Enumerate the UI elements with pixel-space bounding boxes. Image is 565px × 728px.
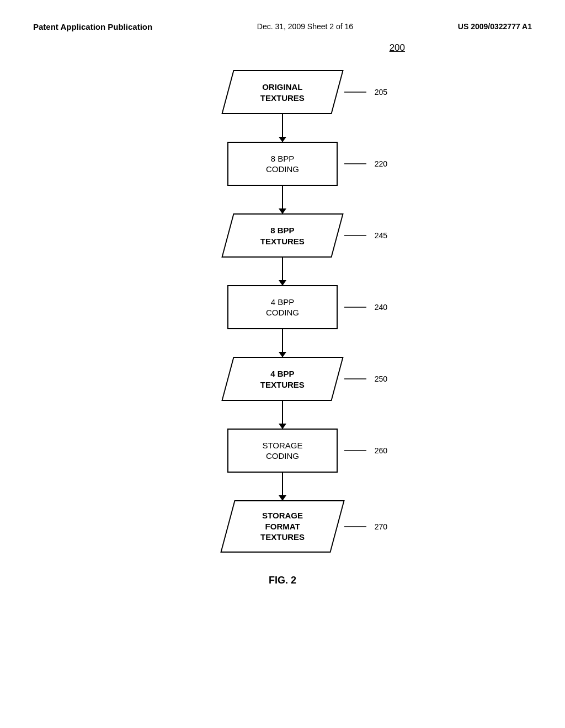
node-205-wrapper: ORIGINALTEXTURES 205 [227,70,338,114]
ref-label-245: 245 [375,231,387,240]
header-publication-label: Patent Application Publication [33,22,152,31]
node-original-textures: ORIGINALTEXTURES [221,70,343,114]
ref-label-260: 260 [375,446,387,455]
ref-245: 245 [344,230,387,241]
arrow-5 [282,401,283,429]
ref-line-250 [344,373,375,384]
ref-260: 260 [344,445,387,456]
ref-line-260 [344,445,375,456]
arrow-6 [282,473,283,500]
ref-270: 270 [344,521,387,532]
node-8bpp-coding: 8 BPPCODING [227,142,338,186]
figure-caption: FIG. 2 [33,575,532,586]
ref-205: 205 [344,87,387,98]
header: Patent Application Publication Dec. 31, … [33,22,532,31]
node-original-textures-label: ORIGINALTEXTURES [260,82,305,103]
ref-label-205: 205 [375,88,387,97]
diagram-main-ref: 200 [390,42,405,53]
ref-label-270: 270 [375,522,387,531]
ref-label-240: 240 [375,303,387,312]
node-8bpp-textures-label: 8 BPPTEXTURES [260,225,305,247]
ref-line-205 [344,87,375,98]
header-date-sheet: Dec. 31, 2009 Sheet 2 of 16 [257,22,353,31]
ref-label-250: 250 [375,374,387,383]
ref-label-220: 220 [375,159,387,168]
node-4bpp-coding: 4 BPPCODING [227,285,338,329]
ref-line-245 [344,230,375,241]
flow-diagram: ORIGINALTEXTURES 205 8 BPPCODING 220 [33,70,532,553]
node-270-wrapper: STORAGEFORMATTEXTURES 270 [227,500,338,553]
page: Patent Application Publication Dec. 31, … [0,0,565,728]
node-4bpp-textures-label: 4 BPPTEXTURES [260,368,305,390]
node-8bpp-textures: 8 BPPTEXTURES [221,213,343,258]
ref-line-270 [344,521,375,532]
arrow-3 [282,258,283,285]
node-220-wrapper: 8 BPPCODING 220 [227,142,338,186]
node-storage-coding-label: STORAGECODING [262,440,302,462]
node-260-wrapper: STORAGECODING 260 [227,429,338,473]
node-storage-format-textures-label: STORAGEFORMATTEXTURES [260,510,305,543]
ref-250: 250 [344,373,387,384]
ref-line-220 [344,158,375,169]
node-245-wrapper: 8 BPPTEXTURES 245 [227,213,338,258]
arrow-2 [282,186,283,213]
ref-220: 220 [344,158,387,169]
ref-line-240 [344,302,375,313]
node-250-wrapper: 4 BPPTEXTURES 250 [227,357,338,401]
arrow-1 [282,114,283,142]
node-8bpp-coding-label: 8 BPPCODING [266,153,299,175]
arrow-4 [282,329,283,357]
header-patent-number: US 2009/0322777 A1 [458,22,532,31]
node-240-wrapper: 4 BPPCODING 240 [227,285,338,329]
node-storage-format-textures: STORAGEFORMATTEXTURES [220,500,344,553]
node-4bpp-textures: 4 BPPTEXTURES [221,357,343,401]
ref-240: 240 [344,302,387,313]
node-4bpp-coding-label: 4 BPPCODING [266,297,299,318]
node-storage-coding: STORAGECODING [227,429,338,473]
